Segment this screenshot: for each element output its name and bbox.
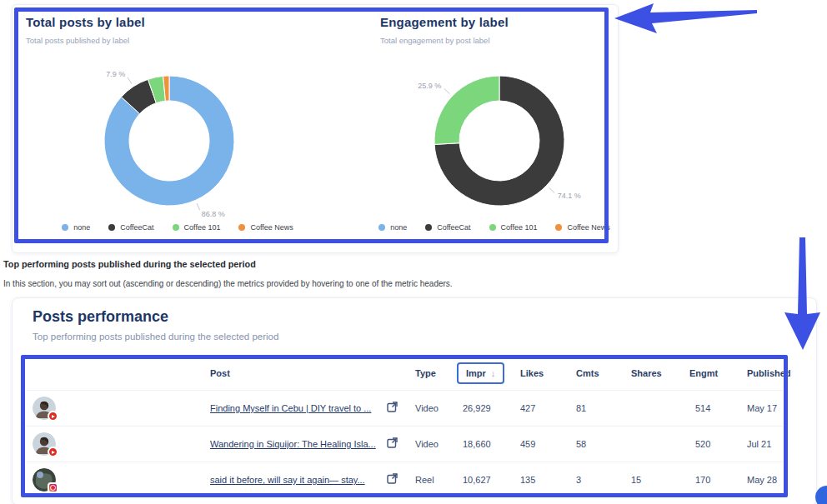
avatar-cell bbox=[26, 397, 203, 420]
legend-item-coffee-news[interactable]: Coffee News bbox=[555, 223, 609, 232]
legend-dot-icon bbox=[108, 224, 115, 231]
column-header-shares[interactable]: Shares bbox=[624, 368, 682, 378]
section-heading: Top performing posts published during th… bbox=[3, 259, 256, 269]
legend-label: Coffee 101 bbox=[501, 223, 538, 232]
legend-label: none bbox=[73, 223, 90, 232]
pct-leader-line bbox=[549, 187, 555, 192]
legend-item-coffeecat[interactable]: CoffeeCat bbox=[108, 223, 153, 232]
post-cell: said it before, will say it again— stay.… bbox=[203, 475, 383, 485]
post-link[interactable]: Wandering in Siquijor: The Healing Isla.… bbox=[210, 439, 376, 449]
chart-subtitle-engagement: Total engagement by post label bbox=[380, 36, 490, 45]
published-cell: Jul 21 bbox=[739, 439, 783, 449]
posts-performance-card: Posts performance Top performing posts p… bbox=[12, 297, 817, 504]
table-row: Wandering in Siquijor: The Healing Isla.… bbox=[26, 426, 783, 462]
shares-cell: 15 bbox=[624, 475, 682, 485]
sorted-column-box[interactable]: Impr↓ bbox=[457, 362, 504, 384]
column-header-label: Impr bbox=[466, 368, 486, 378]
column-header-cmts[interactable]: Cmts bbox=[569, 368, 624, 378]
column-header-engmt[interactable]: Engmt bbox=[682, 368, 739, 378]
post-link[interactable]: Finding Myself in Cebu | DIY travel to .… bbox=[210, 403, 371, 413]
legend-dot-icon bbox=[62, 224, 68, 231]
cmts-cell: 81 bbox=[569, 403, 624, 413]
pct-leader-line bbox=[444, 88, 450, 93]
legend-item-none[interactable]: none bbox=[378, 223, 407, 232]
legend-item-coffee-101[interactable]: Coffee 101 bbox=[173, 223, 221, 232]
external-link-icon[interactable] bbox=[387, 437, 398, 448]
impr-cell: 10,627 bbox=[451, 475, 513, 485]
posts-performance-title: Posts performance bbox=[33, 308, 168, 326]
engmt-cell: 520 bbox=[682, 439, 739, 449]
profile-avatar bbox=[33, 432, 56, 456]
donut-slice-coffee-101[interactable] bbox=[434, 76, 499, 144]
legend-engagement: noneCoffeeCatCoffee 101Coffee News bbox=[336, 223, 653, 232]
legend-label: none bbox=[390, 223, 407, 232]
post-link[interactable]: said it before, will say it again— stay.… bbox=[210, 475, 365, 485]
table-row: Finding Myself in Cebu | DIY travel to .… bbox=[26, 390, 783, 426]
column-header-type[interactable]: Type bbox=[408, 368, 451, 378]
chat-bubble-button[interactable] bbox=[815, 486, 827, 504]
youtube-badge-icon bbox=[48, 447, 58, 457]
pct-label: 25.9 % bbox=[418, 82, 441, 90]
post-cell: Wandering in Siquijor: The Healing Isla.… bbox=[203, 439, 383, 449]
charts-card: Total posts by label Total posts publish… bbox=[12, 4, 619, 253]
analytics-dashboard: { "annotation": { "accent": "#3c50e4" },… bbox=[0, 0, 827, 504]
profile-avatar bbox=[33, 397, 56, 420]
posts-performance-subtitle: Top performing posts published during th… bbox=[33, 332, 278, 342]
legend-label: CoffeeCat bbox=[437, 223, 470, 232]
donut-chart-engagement[interactable]: 74.1 %25.9 % bbox=[366, 60, 633, 223]
legend-dot-icon bbox=[489, 224, 496, 231]
type-cell: Video bbox=[408, 439, 451, 449]
section-helper-text: In this section, you may sort out (ascen… bbox=[3, 279, 453, 288]
engmt-cell: 514 bbox=[682, 403, 739, 413]
table-header-row: PostTypeImpr↓LikesCmtsSharesEngmtPublish… bbox=[26, 357, 783, 390]
donut-chart-total-posts[interactable]: 86.8 %7.9 % bbox=[36, 60, 303, 223]
pct-leader-line bbox=[128, 77, 132, 84]
table-row: said it before, will say it again— stay.… bbox=[26, 462, 783, 497]
external-link-icon[interactable] bbox=[387, 402, 398, 412]
instagram-badge-icon bbox=[48, 482, 58, 493]
external-link-cell bbox=[383, 472, 408, 487]
pct-label: 86.8 % bbox=[202, 210, 225, 218]
legend-label: Coffee 101 bbox=[184, 223, 221, 232]
legend-item-coffee-101[interactable]: Coffee 101 bbox=[489, 223, 538, 232]
published-cell: May 28 bbox=[739, 475, 783, 485]
profile-avatar bbox=[33, 468, 56, 492]
pct-label: 7.9 % bbox=[106, 70, 125, 78]
column-header-post[interactable]: Post bbox=[203, 368, 383, 378]
annotation-arrow-left-icon bbox=[609, 0, 767, 38]
legend-item-coffee-news[interactable]: Coffee News bbox=[238, 223, 293, 232]
engmt-cell: 170 bbox=[682, 475, 739, 485]
legend-dot-icon bbox=[173, 224, 179, 231]
pct-label: 74.1 % bbox=[558, 192, 581, 200]
likes-cell: 135 bbox=[513, 475, 569, 485]
column-header-likes[interactable]: Likes bbox=[513, 368, 569, 378]
type-cell: Video bbox=[408, 403, 451, 413]
post-cell: Finding Myself in Cebu | DIY travel to .… bbox=[203, 403, 383, 413]
chart-title-total-posts: Total posts by label bbox=[26, 15, 145, 29]
likes-cell: 427 bbox=[513, 403, 569, 413]
legend-item-coffeecat[interactable]: CoffeeCat bbox=[425, 223, 470, 232]
legend-item-none[interactable]: none bbox=[62, 223, 90, 232]
type-cell: Reel bbox=[408, 475, 451, 485]
posts-table: PostTypeImpr↓LikesCmtsSharesEngmtPublish… bbox=[26, 357, 783, 497]
column-header-published[interactable]: Published bbox=[739, 368, 791, 378]
cmts-cell: 58 bbox=[569, 439, 624, 449]
youtube-badge-icon bbox=[48, 411, 58, 422]
avatar-cell bbox=[26, 432, 203, 456]
legend-dot-icon bbox=[378, 224, 385, 231]
external-link-cell bbox=[383, 437, 408, 452]
legend-label: Coffee News bbox=[250, 223, 293, 232]
avatar-cell bbox=[26, 468, 203, 492]
legend-label: CoffeeCat bbox=[120, 223, 153, 232]
impr-cell: 26,929 bbox=[451, 403, 513, 413]
legend-total-posts: noneCoffeeCatCoffee 101Coffee News bbox=[19, 223, 336, 232]
external-link-cell bbox=[383, 401, 408, 416]
chart-title-engagement: Engagement by label bbox=[380, 15, 509, 29]
column-header-impr[interactable]: Impr↓ bbox=[451, 362, 513, 384]
cmts-cell: 3 bbox=[569, 475, 624, 485]
published-cell: May 17 bbox=[739, 403, 783, 413]
chart-subtitle-total-posts: Total posts published by label bbox=[26, 36, 129, 45]
legend-dot-icon bbox=[238, 224, 245, 231]
external-link-icon[interactable] bbox=[387, 473, 398, 484]
sort-descending-icon: ↓ bbox=[491, 368, 496, 378]
